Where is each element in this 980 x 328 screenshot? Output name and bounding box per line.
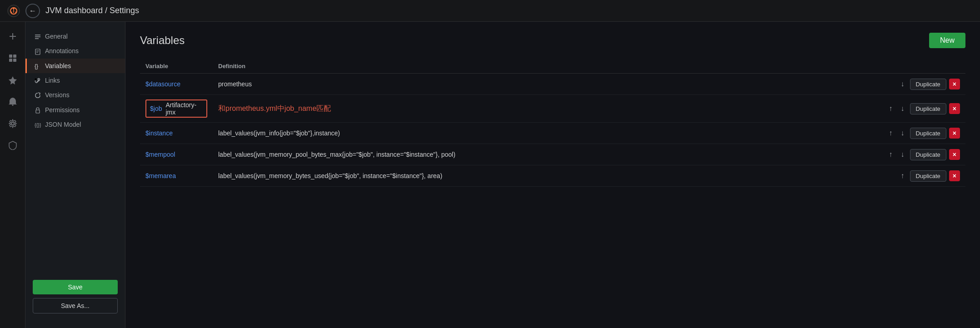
svg-text:{{}}: {{}} (35, 122, 41, 128)
move-down-button[interactable]: ↓ (898, 127, 907, 139)
svg-point-14 (11, 122, 14, 125)
new-button[interactable]: New (929, 33, 965, 48)
var-name-link[interactable]: $job (150, 105, 162, 112)
topbar: ← JVM dashboard / Settings (0, 0, 980, 22)
svg-rect-8 (9, 55, 12, 58)
save-button[interactable]: Save (33, 280, 118, 294)
table-row: $mempoollabel_values(jvm_memory_pool_byt… (140, 144, 965, 165)
sidebar-item-versions[interactable]: Versions (25, 88, 125, 102)
move-up-button[interactable]: ↑ (886, 149, 895, 160)
svg-rect-22 (36, 110, 40, 113)
table-row: $instancelabel_values(jvm_info{job="$job… (140, 123, 965, 144)
var-name-link[interactable]: $mempool (145, 151, 175, 158)
nav-explore-icon[interactable] (4, 71, 22, 89)
main-layout: General Annotations {} Variables Links (0, 22, 980, 328)
versions-icon (34, 91, 41, 99)
links-icon (34, 77, 41, 84)
var-actions-cell: ↓Duplicate× (875, 74, 965, 95)
content-title: Variables (140, 34, 185, 47)
nav-settings-icon[interactable] (4, 114, 22, 133)
sidebar-label-variables: Variables (45, 62, 71, 70)
sidebar-item-permissions[interactable]: Permissions (25, 102, 125, 117)
var-definition-cell: label_values(jvm_memory_bytes_used{job="… (213, 165, 875, 187)
content-area: Variables New Variable Definition $datas… (125, 22, 980, 328)
column-variable: Variable (140, 59, 213, 74)
var-definition-cell: prometheus (213, 74, 875, 95)
duplicate-button[interactable]: Duplicate (910, 79, 946, 90)
svg-point-2 (13, 7, 15, 9)
variables-table: Variable Definition $datasourceprometheu… (140, 59, 965, 187)
move-up-button[interactable]: ↑ (886, 103, 895, 114)
row-actions: ↓Duplicate× (880, 78, 960, 90)
svg-rect-9 (13, 55, 16, 58)
move-up-button[interactable]: ↑ (898, 170, 907, 182)
sidebar-label-annotations: Annotations (45, 47, 79, 55)
var-definition-cell: 和prometheus.yml中job_name匹配 (213, 95, 875, 123)
var-name-cell: $instance (140, 123, 213, 144)
delete-button[interactable]: × (949, 128, 960, 139)
nav-add-icon[interactable] (4, 27, 22, 45)
nav-dashboards-icon[interactable] (4, 49, 22, 67)
icon-nav (0, 22, 25, 328)
back-button[interactable]: ← (25, 4, 40, 18)
var-def-inline: Artifactory-jmx (165, 101, 203, 116)
annotations-icon (34, 47, 41, 55)
svg-rect-11 (13, 59, 16, 62)
move-down-button[interactable]: ↓ (898, 149, 907, 160)
move-down-button[interactable]: ↓ (898, 78, 907, 90)
delete-button[interactable]: × (949, 79, 960, 89)
highlight-box: $jobArtifactory-jmx (145, 99, 207, 118)
duplicate-button[interactable]: Duplicate (910, 128, 946, 139)
row-actions: ↑↓Duplicate× (880, 103, 960, 114)
svg-rect-10 (9, 59, 12, 62)
duplicate-button[interactable]: Duplicate (910, 149, 946, 160)
sidebar-actions: Save Save As... (25, 273, 125, 321)
sidebar-item-json-model[interactable]: {{}} JSON Model (25, 117, 125, 132)
var-name-cell: $memarea (140, 165, 213, 187)
annotation-text: 和prometheus.yml中job_name匹配 (218, 104, 331, 112)
duplicate-button[interactable]: Duplicate (910, 103, 946, 114)
content-header: Variables New (140, 33, 965, 48)
delete-button[interactable]: × (949, 103, 960, 114)
sidebar-label-general: General (45, 33, 68, 40)
sidebar-item-variables[interactable]: {} Variables (25, 59, 125, 73)
svg-rect-18 (35, 49, 40, 55)
var-name-link[interactable]: $memarea (145, 172, 176, 179)
page-title: JVM dashboard / Settings (45, 6, 139, 15)
sidebar-item-general[interactable]: General (25, 29, 125, 44)
row-actions: ↑↓Duplicate× (880, 149, 960, 160)
sidebar-item-links[interactable]: Links (25, 73, 125, 88)
sidebar-label-permissions: Permissions (45, 106, 80, 114)
duplicate-button[interactable]: Duplicate (910, 170, 946, 182)
delete-button[interactable]: × (949, 149, 960, 160)
variables-icon: {} (34, 62, 41, 70)
var-name-cell: $datasource (140, 74, 213, 95)
move-down-button[interactable]: ↓ (898, 103, 907, 114)
svg-point-5 (11, 11, 12, 13)
sidebar: General Annotations {} Variables Links (25, 22, 125, 328)
sidebar-label-links: Links (45, 77, 60, 84)
svg-point-4 (15, 11, 17, 13)
move-up-button[interactable]: ↑ (886, 127, 895, 139)
nav-alerting-icon[interactable] (4, 93, 22, 111)
var-name-link[interactable]: $datasource (145, 80, 180, 88)
column-actions (875, 59, 965, 74)
var-actions-cell: ↑↓Duplicate× (875, 144, 965, 165)
delete-button[interactable]: × (949, 170, 960, 181)
permissions-icon (34, 106, 41, 113)
nav-shield-icon[interactable] (4, 136, 22, 154)
var-definition-cell: label_values(jvm_memory_pool_bytes_max{j… (213, 144, 875, 165)
var-definition-cell: label_values(jvm_info{job="$job"},instan… (213, 123, 875, 144)
save-as-button[interactable]: Save As... (33, 298, 118, 313)
svg-text:{}: {} (35, 63, 38, 70)
sidebar-label-json-model: JSON Model (45, 121, 81, 128)
sidebar-item-annotations[interactable]: Annotations (25, 44, 125, 58)
svg-rect-13 (12, 104, 13, 106)
var-actions-cell: ↑Duplicate× (875, 165, 965, 187)
sidebar-label-versions: Versions (45, 91, 70, 99)
table-row: $memarealabel_values(jvm_memory_bytes_us… (140, 165, 965, 187)
table-row: $jobArtifactory-jmx和prometheus.yml中job_n… (140, 95, 965, 123)
row-actions: ↑Duplicate× (880, 170, 960, 182)
var-name-link[interactable]: $instance (145, 129, 173, 137)
var-actions-cell: ↑↓Duplicate× (875, 95, 965, 123)
